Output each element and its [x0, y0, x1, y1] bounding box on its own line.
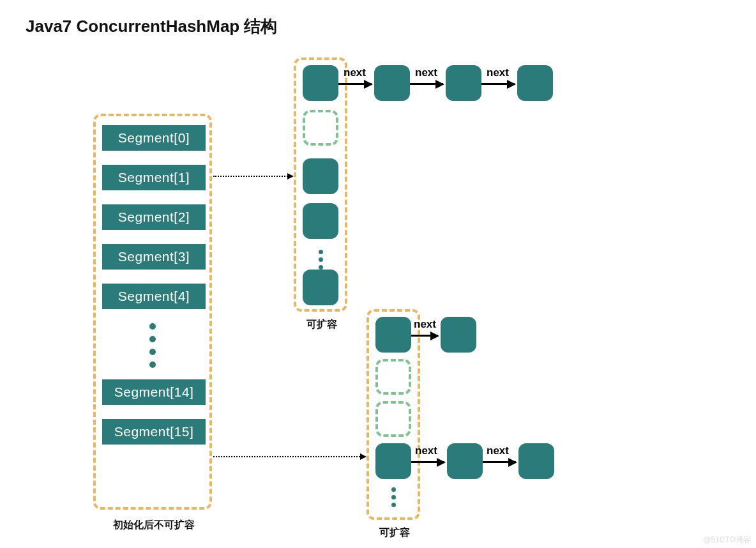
segment-2: Segment[2]	[102, 204, 206, 230]
segment-4: Segment[4]	[102, 284, 206, 309]
arrow-2-2	[483, 461, 516, 463]
arrow-1-1	[410, 83, 443, 85]
diagram-title: Java7 ConcurrentHashMap 结构	[26, 15, 277, 38]
segment-14: Segment[14]	[102, 379, 206, 405]
next-label-1-2: next	[487, 66, 509, 79]
segment-1: Segment[1]	[102, 165, 206, 190]
next-label-1-0: next	[344, 66, 366, 79]
segment-array-box: Segment[0] Segment[1] Segment[2] Segment…	[93, 114, 212, 510]
chain2b-node1	[447, 443, 483, 479]
segment-3: Segment[3]	[102, 244, 206, 270]
chain2b-node2	[518, 443, 554, 479]
entry2-bucket0	[375, 317, 411, 353]
arrow-1-0	[338, 83, 372, 85]
chain1-node3	[517, 65, 553, 101]
entry1-bucket1-empty	[303, 110, 338, 146]
entry-array-1-caption: 可扩容	[303, 318, 341, 331]
entry1-bucket-last	[303, 270, 338, 305]
arrow-2-1	[411, 461, 444, 463]
next-label-2-0: next	[414, 318, 436, 331]
segment-15: Segment[15]	[102, 419, 206, 445]
next-label-1-1: next	[415, 66, 437, 79]
entry2-bucket2-empty	[375, 401, 411, 437]
chain1-node1	[374, 65, 410, 101]
chain2a-node1	[441, 317, 476, 353]
entry2-bucket3	[375, 443, 411, 479]
entry1-bucket2	[303, 158, 338, 194]
next-label-2-2: next	[487, 445, 509, 457]
map-arrow-seg14	[213, 456, 365, 457]
arrow-1-2	[481, 83, 515, 85]
entry2-bucket1-empty	[375, 359, 411, 395]
entry2-ellipsis	[375, 484, 411, 510]
watermark: @51CTO博客	[703, 535, 751, 545]
segments-caption: 初始化后不可扩容	[106, 519, 202, 532]
map-arrow-seg1	[213, 176, 292, 177]
segment-ellipsis	[102, 323, 203, 368]
entry1-bucket0	[303, 65, 338, 101]
arrow-2-0	[411, 335, 438, 337]
next-label-2-1: next	[415, 445, 437, 457]
entry1-bucket3	[303, 203, 338, 239]
entry-array-2-caption: 可扩容	[375, 526, 414, 540]
entry1-ellipsis	[303, 247, 338, 273]
chain1-node2	[446, 65, 481, 101]
segment-0: Segment[0]	[102, 125, 206, 151]
